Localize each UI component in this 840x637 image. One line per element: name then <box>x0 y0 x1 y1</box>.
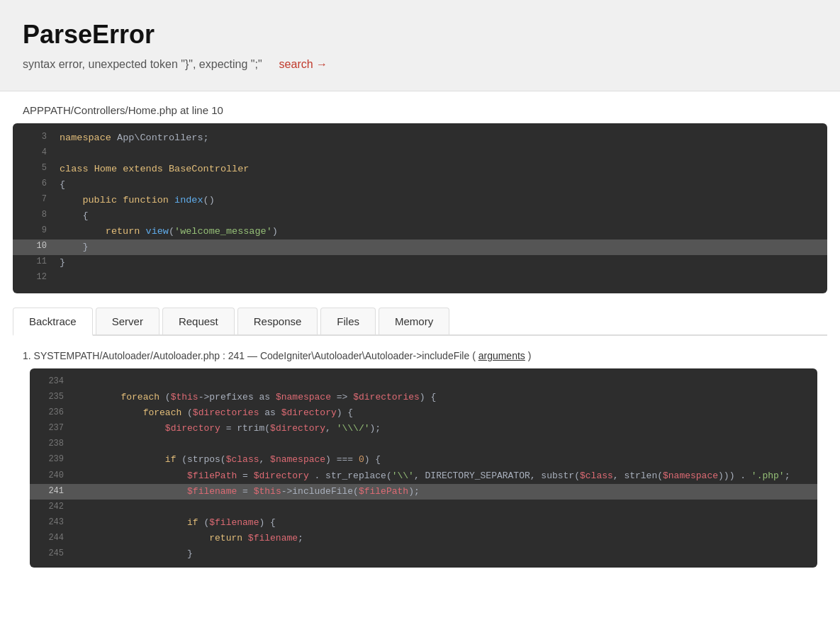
code-content-11: } <box>60 255 816 271</box>
code-line-9: 9 return view('welcome_message') <box>13 224 827 239</box>
code-content-10: } <box>60 239 816 255</box>
code-content-5: class Home extends BaseController <box>60 162 816 177</box>
error-title: ParseError <box>23 20 817 50</box>
inner-content-242 <box>77 500 809 515</box>
inner-line-243: 243 if ($filename) { <box>30 515 817 531</box>
main-code-block: 3 namespace App\Controllers; 4 5 class H… <box>13 123 827 293</box>
line-num-10: 10 <box>24 239 47 255</box>
line-num-11: 11 <box>24 255 47 271</box>
search-link[interactable]: search → <box>279 58 327 71</box>
code-content-7: public function index() <box>60 193 816 208</box>
main-code-container: 3 namespace App\Controllers; 4 5 class H… <box>13 123 827 293</box>
inner-num-243: 243 <box>38 515 64 531</box>
tabs-container: Backtrace Server Request Response Files … <box>0 308 840 336</box>
inner-line-237: 237 $directory = rtrim($directory, '\\\/… <box>30 421 817 436</box>
backtrace-item-header: 1. SYSTEMPATH/Autoloader/Autoloader.php … <box>23 350 817 361</box>
inner-line-240: 240 $filePath = $directory . str_replace… <box>30 468 817 484</box>
tab-server[interactable]: Server <box>96 308 159 334</box>
inner-num-240: 240 <box>38 468 64 484</box>
inner-num-237: 237 <box>38 421 64 436</box>
inner-content-236: foreach ($directories as $directory) { <box>77 405 809 421</box>
line-num-3: 3 <box>24 130 47 146</box>
backtrace-close-paren: ) <box>525 350 532 361</box>
inner-content-241: $filename = $this->includeFile($filePath… <box>77 484 809 500</box>
code-content-9: return view('welcome_message') <box>60 224 816 239</box>
error-message-text: syntax error, unexpected token "}", expe… <box>23 58 262 71</box>
inner-num-241: 241 <box>38 484 64 500</box>
code-line-7: 7 public function index() <box>13 193 827 208</box>
inner-num-235: 235 <box>38 390 64 405</box>
error-header: ParseError syntax error, unexpected toke… <box>0 0 840 91</box>
tab-response[interactable]: Response <box>237 308 318 334</box>
inner-content-234 <box>77 374 809 390</box>
inner-line-236: 236 foreach ($directories as $directory)… <box>30 405 817 421</box>
inner-num-238: 238 <box>38 436 64 452</box>
inner-line-242: 242 <box>30 500 817 515</box>
inner-line-244: 244 return $filename; <box>30 531 817 546</box>
line-num-9: 9 <box>24 224 47 239</box>
inner-code-block: 234 235 foreach ($this->prefixes as $nam… <box>30 368 817 568</box>
code-line-12: 12 <box>13 271 827 286</box>
line-num-7: 7 <box>24 193 47 208</box>
inner-content-245: } <box>77 546 809 562</box>
code-line-8: 8 { <box>13 208 827 224</box>
inner-num-239: 239 <box>38 452 64 468</box>
inner-line-238: 238 <box>30 436 817 452</box>
inner-num-236: 236 <box>38 405 64 421</box>
code-line-11: 11 } <box>13 255 827 271</box>
code-content-4 <box>60 146 816 162</box>
error-message: syntax error, unexpected token "}", expe… <box>23 58 817 71</box>
code-line-10: 10 } <box>13 239 827 255</box>
backtrace-arguments-link[interactable]: arguments <box>478 350 525 361</box>
inner-line-245: 245 } <box>30 546 817 562</box>
line-num-4: 4 <box>24 146 47 162</box>
inner-num-244: 244 <box>38 531 64 546</box>
code-line-5: 5 class Home extends BaseController <box>13 162 827 177</box>
backtrace-item-1: 1. SYSTEMPATH/Autoloader/Autoloader.php … <box>23 350 817 568</box>
code-content-3: namespace App\Controllers; <box>60 130 816 146</box>
tab-files[interactable]: Files <box>320 308 376 334</box>
code-content-8: { <box>60 208 816 224</box>
code-line-6: 6 { <box>13 177 827 193</box>
line-num-5: 5 <box>24 162 47 177</box>
inner-line-235: 235 foreach ($this->prefixes as $namespa… <box>30 390 817 405</box>
inner-num-245: 245 <box>38 546 64 562</box>
tab-backtrace[interactable]: Backtrace <box>13 308 93 336</box>
inner-num-234: 234 <box>38 374 64 390</box>
file-path: APPPATH/Controllers/Home.php at line 10 <box>0 91 840 123</box>
code-line-3: 3 namespace App\Controllers; <box>13 130 827 146</box>
line-num-12: 12 <box>24 271 47 286</box>
backtrace-content: 1. SYSTEMPATH/Autoloader/Autoloader.php … <box>0 336 840 593</box>
inner-num-242: 242 <box>38 500 64 515</box>
tab-request[interactable]: Request <box>162 308 235 334</box>
line-num-8: 8 <box>24 208 47 224</box>
inner-content-238 <box>77 436 809 452</box>
code-content-12 <box>60 271 816 286</box>
tab-memory[interactable]: Memory <box>379 308 449 334</box>
line-num-6: 6 <box>24 177 47 193</box>
inner-content-243: if ($filename) { <box>77 515 809 531</box>
inner-content-244: return $filename; <box>77 531 809 546</box>
code-content-6: { <box>60 177 816 193</box>
inner-content-237: $directory = rtrim($directory, '\\\/'); <box>77 421 809 436</box>
inner-line-241: 241 $filename = $this->includeFile($file… <box>30 484 817 500</box>
inner-content-235: foreach ($this->prefixes as $namespace =… <box>77 390 809 405</box>
inner-code-container: 234 235 foreach ($this->prefixes as $nam… <box>30 368 817 568</box>
inner-line-239: 239 if (strpos($class, $namespace) === 0… <box>30 452 817 468</box>
code-line-4: 4 <box>13 146 827 162</box>
inner-content-239: if (strpos($class, $namespace) === 0) { <box>77 452 809 468</box>
inner-line-234: 234 <box>30 374 817 390</box>
tabs: Backtrace Server Request Response Files … <box>13 308 827 336</box>
inner-content-240: $filePath = $directory . str_replace('\\… <box>77 468 809 484</box>
backtrace-item-path: 1. SYSTEMPATH/Autoloader/Autoloader.php … <box>23 350 478 361</box>
